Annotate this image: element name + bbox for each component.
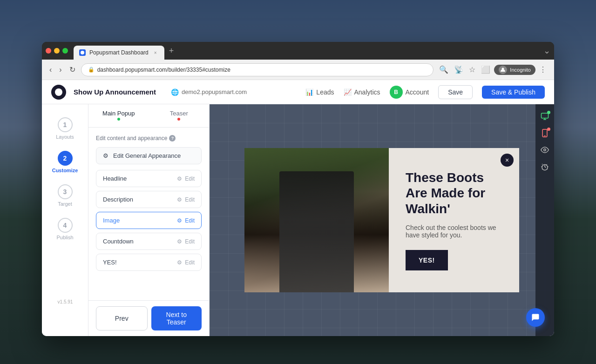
maximize-traffic-light[interactable] (62, 48, 68, 54)
step-layouts[interactable]: 1 Layouts (47, 114, 84, 143)
step-1-circle: 1 (58, 117, 73, 132)
tab-teaser[interactable]: Teaser (149, 104, 210, 127)
incognito-label: Incognito (510, 67, 531, 73)
popup-close-button[interactable]: × (501, 154, 514, 167)
preview-button[interactable] (537, 142, 552, 157)
popup-title: These Boots Are Made for Walkin' (406, 170, 502, 217)
mobile-view-wrap (537, 126, 552, 141)
edit-general-appearance-button[interactable]: ⚙ Edit General Appearance (96, 147, 202, 164)
minimize-traffic-light[interactable] (54, 48, 60, 54)
edit-image-row[interactable]: Image ⚙ Edit (96, 212, 202, 229)
popup-content: × These Boots Are Made for Walkin' Check… (389, 148, 519, 292)
svg-point-5 (544, 149, 546, 151)
main-popup-dot (117, 118, 120, 121)
tab-main-popup[interactable]: Main Popup (88, 104, 149, 127)
incognito-badge: Incognito (494, 65, 535, 75)
canvas-area: × These Boots Are Made for Walkin' Check… (210, 104, 554, 336)
panel-tabs: Main Popup Teaser (88, 104, 209, 128)
yes-label: YES! (103, 259, 177, 266)
description-settings-icon[interactable]: ⚙ (177, 196, 182, 203)
close-traffic-light[interactable] (46, 48, 51, 54)
yes-settings-icon[interactable]: ⚙ (177, 259, 182, 266)
app-title: Show Up Announcement (74, 88, 156, 96)
edit-yes-row[interactable]: YES! ⚙ Edit (96, 254, 202, 271)
desktop-view-button[interactable] (537, 109, 552, 124)
step-4-label: Publish (56, 235, 73, 240)
tab-search-icon[interactable]: ⬜ (479, 63, 492, 76)
description-edit-text[interactable]: Edit (185, 196, 195, 203)
app-logo-inner (55, 88, 62, 96)
popup-description: Check out the coolest boots we have styl… (406, 224, 502, 239)
next-to-teaser-button[interactable]: Next to Teaser (151, 306, 202, 330)
traffic-lights (46, 48, 68, 54)
panel-footer: Prev Next to Teaser (88, 300, 209, 336)
cast-icon[interactable]: 📡 (452, 63, 465, 76)
headline-settings-icon[interactable]: ⚙ (177, 175, 182, 182)
image-edit-text[interactable]: Edit (185, 217, 195, 224)
image-label: Image (103, 217, 177, 224)
countdown-edit-text[interactable]: Edit (185, 238, 195, 245)
app-header: Show Up Announcement 🌐 demo2.popupsmart.… (42, 80, 554, 104)
version-label: v1.5.91 (42, 299, 88, 304)
teaser-dot (177, 118, 180, 121)
globe-icon: 🌐 (171, 88, 179, 96)
debug-button[interactable] (537, 159, 552, 174)
tab-bar: Popupsmart Dashboard × + ⌄ (42, 42, 554, 60)
save-button[interactable]: Save (438, 85, 473, 99)
chat-bubble[interactable] (526, 308, 545, 327)
svg-rect-2 (542, 113, 549, 118)
step-target[interactable]: 3 Target (47, 181, 84, 210)
reload-button[interactable]: ↻ (68, 63, 77, 76)
lock-icon: 🔒 (88, 67, 95, 73)
svg-point-0 (81, 51, 84, 54)
tab-menu-button[interactable]: ⌄ (543, 46, 550, 56)
address-bar: ‹ › ↻ 🔒 dashboard.popupsmart.com/builder… (42, 60, 554, 80)
step-3-circle: 3 (58, 184, 73, 199)
tab-close-button[interactable]: × (152, 49, 159, 56)
leads-nav-link[interactable]: 📊 Leads (305, 88, 334, 96)
menu-icon[interactable]: ⋮ (537, 63, 549, 76)
tab-title: Popupsmart Dashboard (89, 49, 149, 56)
back-button[interactable]: ‹ (47, 64, 54, 76)
forward-button[interactable]: › (57, 64, 63, 76)
headline-actions: ⚙ Edit (177, 175, 195, 182)
app-logo (51, 85, 66, 100)
main-area: 1 Layouts 2 Customize 3 Target 4 Publish… (42, 104, 554, 336)
header-right: 📊 Leads 📈 Analytics B Account Save Save … (305, 85, 545, 99)
account-avatar: B (390, 86, 403, 99)
description-actions: ⚙ Edit (177, 196, 195, 203)
popup-preview: × These Boots Are Made for Walkin' Check… (244, 148, 519, 292)
site-url: 🌐 demo2.popupsmart.com (171, 88, 247, 96)
popup-cta-button[interactable]: YES! (406, 250, 448, 270)
edit-countdown-row[interactable]: Countdown ⚙ Edit (96, 233, 202, 250)
edit-headline-row[interactable]: Headline ⚙ Edit (96, 170, 202, 187)
step-2-label: Customize (52, 168, 78, 173)
image-actions: ⚙ Edit (177, 217, 195, 224)
sidebar-steps: 1 Layouts 2 Customize 3 Target 4 Publish… (42, 104, 88, 336)
site-url-text: demo2.popupsmart.com (182, 88, 247, 95)
step-4-circle: 4 (58, 218, 73, 233)
bookmark-icon[interactable]: ☆ (467, 63, 477, 76)
headline-label: Headline (103, 175, 177, 182)
address-bar-actions: 🔍 📡 ☆ ⬜ Incognito ⋮ (437, 63, 549, 76)
edit-description-row[interactable]: Description ⚙ Edit (96, 191, 202, 208)
new-tab-button[interactable]: + (166, 46, 177, 56)
prev-button[interactable]: Prev (96, 306, 148, 330)
step-publish[interactable]: 4 Publish (47, 214, 84, 244)
step-customize[interactable]: 2 Customize (47, 147, 84, 177)
active-tab[interactable]: Popupsmart Dashboard × (74, 46, 164, 60)
image-settings-icon[interactable]: ⚙ (177, 217, 182, 224)
save-publish-button[interactable]: Save & Publish (482, 86, 545, 99)
leads-label: Leads (316, 88, 334, 96)
help-icon[interactable]: ? (169, 135, 176, 142)
analytics-nav-link[interactable]: 📈 Analytics (344, 88, 380, 96)
account-nav-link[interactable]: B Account (390, 86, 429, 99)
yes-edit-text[interactable]: Edit (185, 259, 195, 266)
countdown-settings-icon[interactable]: ⚙ (177, 238, 182, 245)
analytics-icon: 📈 (344, 88, 352, 96)
url-text: dashboard.popupsmart.com/builder/33335#c… (97, 67, 230, 73)
address-input[interactable]: 🔒 dashboard.popupsmart.com/builder/33335… (81, 63, 434, 76)
mobile-view-button[interactable] (537, 126, 552, 141)
headline-edit-text[interactable]: Edit (185, 175, 195, 182)
search-icon[interactable]: 🔍 (437, 63, 450, 76)
